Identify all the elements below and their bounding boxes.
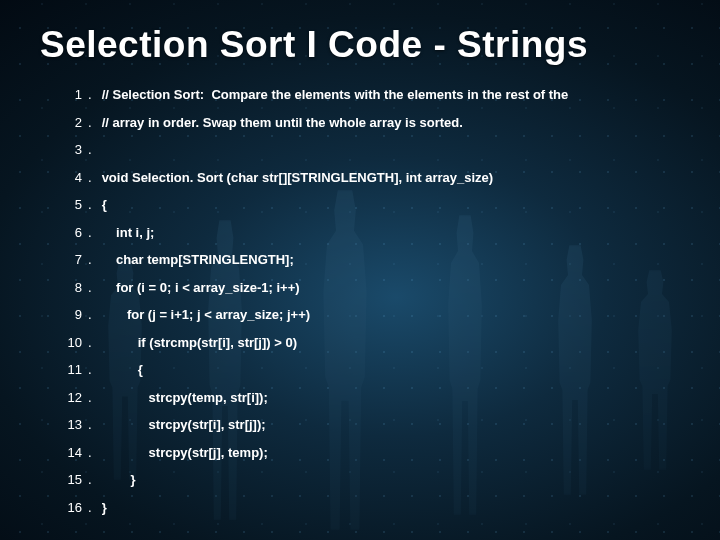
line-text: }: [102, 501, 107, 514]
line-number: 12: [62, 391, 82, 404]
slide: Selection Sort I Code - Strings 1.// Sel…: [0, 0, 720, 540]
line-text: for (j = i+1; j < array_size; j++): [102, 308, 310, 321]
line-number: 7: [62, 253, 82, 266]
line-number: 15: [62, 473, 82, 486]
line-number: 8: [62, 281, 82, 294]
code-block: 1.// Selection Sort: Compare the element…: [62, 88, 690, 528]
line-number: 10: [62, 336, 82, 349]
line-text: }: [102, 473, 136, 486]
code-line: 8. for (i = 0; i < array_size-1; i++): [62, 281, 690, 294]
line-number-dot: .: [88, 418, 92, 431]
line-number-dot: .: [88, 88, 92, 101]
code-line: 4.void Selection. Sort (char str[][STRIN…: [62, 171, 690, 184]
line-text: {: [102, 363, 143, 376]
line-number-dot: .: [88, 253, 92, 266]
line-number-dot: .: [88, 143, 92, 156]
line-number: 9: [62, 308, 82, 321]
code-line: 14. strcpy(str[j], temp);: [62, 446, 690, 459]
line-number-dot: .: [88, 198, 92, 211]
line-number-dot: .: [88, 336, 92, 349]
code-line: 6. int i, j;: [62, 226, 690, 239]
line-number: 6: [62, 226, 82, 239]
line-number: 2: [62, 116, 82, 129]
code-line: 10. if (strcmp(str[i], str[j]) > 0): [62, 336, 690, 349]
line-number: 3: [62, 143, 82, 156]
line-text: strcpy(temp, str[i]);: [102, 391, 268, 404]
line-text: char temp[STRINGLENGTH];: [102, 253, 294, 266]
code-line: 13. strcpy(str[i], str[j]);: [62, 418, 690, 431]
line-text: strcpy(str[j], temp);: [102, 446, 268, 459]
line-text: int i, j;: [102, 226, 155, 239]
line-number: 1: [62, 88, 82, 101]
line-number-dot: .: [88, 116, 92, 129]
line-number-dot: .: [88, 446, 92, 459]
code-line: 15. }: [62, 473, 690, 486]
line-number: 14: [62, 446, 82, 459]
line-number-dot: .: [88, 473, 92, 486]
code-line: 3.: [62, 143, 690, 156]
line-number: 5: [62, 198, 82, 211]
code-line: 5.{: [62, 198, 690, 211]
line-number: 16: [62, 501, 82, 514]
line-number-dot: .: [88, 391, 92, 404]
line-text: // Selection Sort: Compare the elements …: [102, 88, 569, 101]
line-number-dot: .: [88, 226, 92, 239]
line-number: 4: [62, 171, 82, 184]
line-number-dot: .: [88, 501, 92, 514]
line-text: // array in order. Swap them until the w…: [102, 116, 463, 129]
line-text: {: [102, 198, 107, 211]
line-number-dot: .: [88, 171, 92, 184]
line-text: for (i = 0; i < array_size-1; i++): [102, 281, 300, 294]
line-text: if (strcmp(str[i], str[j]) > 0): [102, 336, 297, 349]
line-number-dot: .: [88, 281, 92, 294]
code-line: 1.// Selection Sort: Compare the element…: [62, 88, 690, 101]
code-line: 11. {: [62, 363, 690, 376]
code-line: 16.}: [62, 501, 690, 514]
line-number: 11: [62, 363, 82, 376]
line-number-dot: .: [88, 308, 92, 321]
line-text: void Selection. Sort (char str[][STRINGL…: [102, 171, 494, 184]
code-line: 2.// array in order. Swap them until the…: [62, 116, 690, 129]
slide-title: Selection Sort I Code - Strings: [40, 24, 700, 66]
line-number: 13: [62, 418, 82, 431]
line-number-dot: .: [88, 363, 92, 376]
line-text: strcpy(str[i], str[j]);: [102, 418, 266, 431]
code-line: 12. strcpy(temp, str[i]);: [62, 391, 690, 404]
code-line: 7. char temp[STRINGLENGTH];: [62, 253, 690, 266]
code-line: 9. for (j = i+1; j < array_size; j++): [62, 308, 690, 321]
